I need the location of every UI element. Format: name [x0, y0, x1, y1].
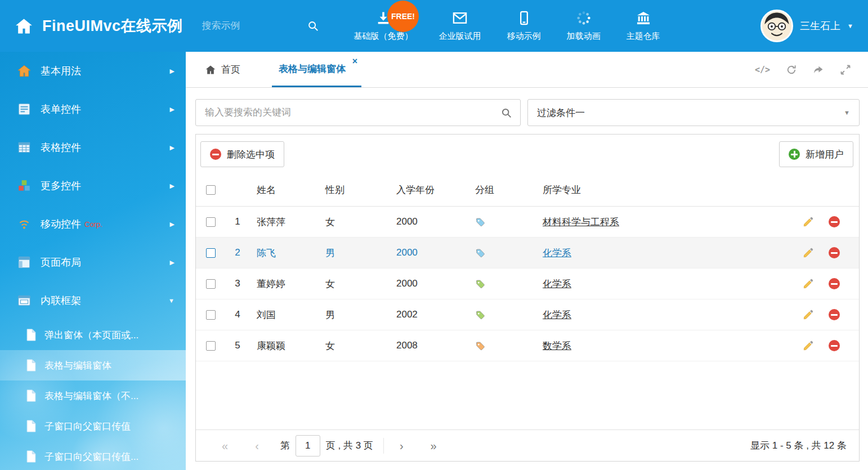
table-row[interactable]: 4 刘国 男 2002 化学系 — [196, 299, 859, 330]
page-number-input[interactable] — [296, 435, 320, 456]
tab-grid-edit-window[interactable]: 表格与编辑窗体 × — [272, 52, 361, 87]
nav-item-loading-animation[interactable]: 加载动画 — [567, 10, 601, 42]
filter-dropdown-value: 过滤条件一 — [537, 106, 585, 119]
sidebar-subitem-label: 子窗口向父窗口传值... — [44, 450, 138, 463]
major-link[interactable]: 化学系 — [543, 310, 571, 320]
table-row[interactable]: 5 康颖颖 女 2008 数学系 — [196, 330, 859, 361]
sidebar-item-label: 内联框架 — [41, 294, 81, 307]
search-icon[interactable] — [500, 107, 512, 119]
tab-home[interactable]: 首页 — [198, 52, 247, 87]
major-link[interactable]: 化学系 — [543, 279, 571, 289]
column-header-major[interactable]: 所学专业 — [536, 183, 785, 196]
header-search-input[interactable] — [201, 20, 275, 32]
page-input-group: 第 页 , 共 3 页 — [272, 435, 381, 456]
row-number: 1 — [225, 216, 250, 227]
tag-icon — [475, 341, 486, 351]
cell-group — [468, 248, 536, 258]
row-number: 4 — [225, 309, 250, 320]
source-code-icon[interactable]: </> — [755, 65, 770, 75]
grid-toolbar: 删除选中项 新增用户 — [196, 135, 859, 174]
sidebar-subitem-child-to-parent[interactable]: 子窗口向父窗口传值 — [0, 411, 186, 441]
sidebar-item-more-controls[interactable]: 更多控件 ▶ — [0, 167, 186, 205]
select-all-checkbox[interactable] — [206, 185, 216, 195]
sidebar-item-mobile-controls[interactable]: 移动控件 Corp. ▶ — [0, 205, 186, 243]
table-row[interactable]: 3 董婷婷 女 2000 化学系 — [196, 268, 859, 299]
cell-name: 陈飞 — [250, 247, 319, 259]
column-header-year[interactable]: 入学年份 — [390, 183, 468, 196]
chevron-right-icon: ▶ — [170, 182, 175, 190]
row-checkbox[interactable] — [206, 279, 216, 289]
delete-icon[interactable] — [829, 340, 840, 351]
sidebar-subitem-grid-edit-window[interactable]: 表格与编辑窗体 — [0, 350, 186, 381]
table-row[interactable]: 1 张萍萍 女 2000 材料科学与工程系 — [196, 207, 859, 238]
delete-selected-button[interactable]: 删除选中项 — [200, 141, 284, 167]
row-checkbox[interactable] — [206, 248, 216, 258]
cell-group — [468, 217, 536, 227]
header-search — [201, 20, 319, 32]
sidebar-item-label: 基本用法 — [41, 64, 81, 78]
caret-down-icon: ▼ — [844, 109, 850, 116]
delete-icon[interactable] — [829, 278, 840, 289]
sidebar-item-label: 表单控件 — [41, 102, 81, 116]
open-new-window-icon[interactable] — [813, 64, 824, 75]
brand[interactable]: FineUIMvc在线示例 — [0, 16, 183, 36]
table-row[interactable]: 2 陈飞 男 2000 化学系 — [196, 238, 859, 268]
delete-icon[interactable] — [829, 216, 840, 227]
sidebar-item-form-controls[interactable]: 表单控件 ▶ — [0, 90, 186, 128]
edit-icon[interactable] — [803, 247, 814, 258]
edit-icon[interactable] — [803, 309, 814, 320]
data-grid: 删除选中项 新增用户 姓名 性别 入学年份 分组 所学专业 1 张萍萍 女 20… — [195, 134, 860, 462]
add-user-button[interactable]: 新增用户 — [779, 141, 853, 167]
sidebar-subitem-grid-edit-window-no[interactable]: 表格与编辑窗体（不... — [0, 381, 186, 411]
page-icon — [26, 420, 37, 432]
delete-icon[interactable] — [829, 309, 840, 320]
cell-gender: 女 — [319, 339, 390, 352]
tag-icon — [475, 248, 486, 258]
major-link[interactable]: 化学系 — [543, 248, 571, 258]
nav-item-label: 加载动画 — [567, 31, 601, 42]
edit-icon[interactable] — [803, 340, 814, 351]
sidebar-item-basic-usage[interactable]: 基本用法 ▶ — [0, 52, 186, 90]
close-icon[interactable]: × — [352, 57, 357, 66]
column-header-name[interactable]: 姓名 — [250, 183, 319, 196]
sidebar-subitem-popup-window[interactable]: 弹出窗体（本页面或... — [0, 320, 186, 350]
edit-icon[interactable] — [803, 216, 814, 227]
sidebar-item-page-layout[interactable]: 页面布局 ▶ — [0, 243, 186, 281]
edit-icon[interactable] — [803, 278, 814, 289]
major-link[interactable]: 材料科学与工程系 — [543, 217, 619, 227]
sidebar-subitem-child-to-parent-2[interactable]: 子窗口向父窗口传值... — [0, 441, 186, 470]
search-icon[interactable] — [307, 20, 319, 32]
keyword-search-input[interactable] — [204, 106, 500, 119]
nav-item-theme-repo[interactable]: 主题仓库 — [627, 10, 660, 42]
sidebar-item-iframe[interactable]: 内联框架 ▼ — [0, 281, 186, 320]
column-header-group[interactable]: 分组 — [468, 183, 536, 196]
tab-bar: 首页 表格与编辑窗体 × </> — [186, 52, 868, 88]
prev-page-button[interactable]: ‹ — [241, 440, 272, 451]
tag-icon — [475, 310, 486, 320]
row-checkbox[interactable] — [206, 217, 216, 227]
cell-group — [468, 310, 536, 320]
sidebar: 基本用法 ▶ 表单控件 ▶ 表格控件 ▶ 更多控件 ▶ 移动控件 Corp. ▶… — [0, 52, 186, 470]
avatar — [760, 10, 793, 42]
fullscreen-icon[interactable] — [840, 64, 851, 75]
last-page-button[interactable]: » — [417, 440, 450, 451]
nav-item-enterprise-trial[interactable]: 企业版试用 — [439, 10, 481, 42]
nav-item-label: 企业版试用 — [439, 31, 481, 42]
user-name: 三生石上 — [800, 19, 840, 33]
refresh-icon[interactable] — [786, 64, 797, 75]
major-link[interactable]: 数学系 — [543, 341, 571, 351]
user-menu[interactable]: 三生石上 ▼ — [760, 10, 868, 42]
nav-item-mobile-demo[interactable]: 移动示例 — [507, 10, 541, 42]
delete-icon[interactable] — [829, 247, 840, 258]
cell-name: 张萍萍 — [250, 216, 319, 229]
chevron-right-icon: ▶ — [170, 68, 175, 75]
next-page-button[interactable]: › — [386, 440, 417, 451]
sidebar-item-grid-controls[interactable]: 表格控件 ▶ — [0, 128, 186, 167]
column-header-gender[interactable]: 性别 — [319, 183, 390, 196]
page-suffix-label: 页 , 共 3 页 — [326, 439, 373, 452]
filter-dropdown[interactable]: 过滤条件一 ▼ — [527, 99, 860, 126]
first-page-button[interactable]: « — [208, 440, 241, 451]
keyword-search-box — [195, 99, 521, 126]
row-checkbox[interactable] — [206, 341, 216, 351]
row-checkbox[interactable] — [206, 310, 216, 320]
